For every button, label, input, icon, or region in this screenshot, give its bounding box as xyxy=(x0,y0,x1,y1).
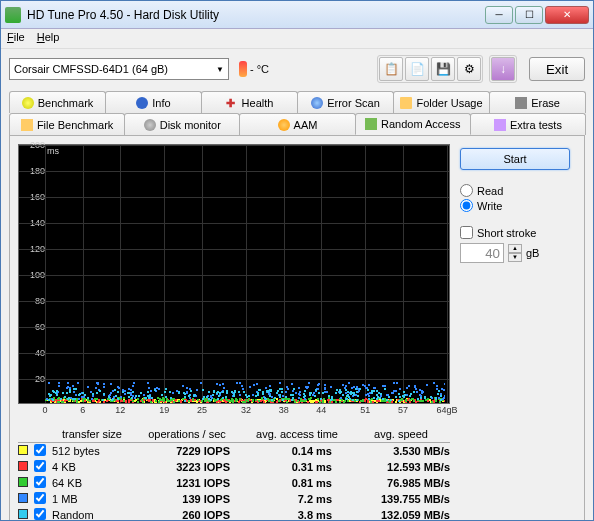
row-checkbox[interactable] xyxy=(34,508,46,520)
transfer-size: 1 MB xyxy=(52,493,132,505)
row-checkbox[interactable] xyxy=(34,460,46,472)
tab-file-benchmark[interactable]: File Benchmark xyxy=(9,113,125,135)
transfer-size: 512 bytes xyxy=(52,445,132,457)
iops-value: 3223 IOPS xyxy=(132,461,242,473)
tab-error-scan[interactable]: Error Scan xyxy=(297,91,394,113)
chevron-down-icon: ▼ xyxy=(216,65,224,74)
tab-benchmark[interactable]: Benchmark xyxy=(9,91,106,113)
file-icon xyxy=(21,119,33,131)
tabs-row-1: Benchmark Info ✚Health Error Scan Folder… xyxy=(9,91,585,113)
random-icon xyxy=(365,118,377,130)
short-stroke-input[interactable] xyxy=(460,243,504,263)
table-row: 4 KB3223 IOPS0.31 ms12.593 MB/s xyxy=(18,459,450,475)
table-row: 64 KB1231 IOPS0.81 ms76.985 MB/s xyxy=(18,475,450,491)
color-swatch xyxy=(18,461,28,471)
toolbar: Corsair CMFSSD-64D1 (64 gB) ▼ -°C 📋 📄 💾 … xyxy=(1,49,593,89)
exit-button[interactable]: Exit xyxy=(529,57,585,81)
tab-health[interactable]: ✚Health xyxy=(201,91,298,113)
read-radio[interactable]: Read xyxy=(460,184,570,197)
info-icon xyxy=(136,97,148,109)
write-radio[interactable]: Write xyxy=(460,199,570,212)
menubar: File Help xyxy=(1,29,593,49)
window-title: HD Tune Pro 4.50 - Hard Disk Utility xyxy=(27,8,485,22)
benchmark-icon xyxy=(22,97,34,109)
row-checkbox[interactable] xyxy=(34,492,46,504)
thermometer-icon xyxy=(239,61,247,77)
tab-info[interactable]: Info xyxy=(105,91,202,113)
row-checkbox[interactable] xyxy=(34,476,46,488)
tab-folder-usage[interactable]: Folder Usage xyxy=(393,91,490,113)
save-button[interactable]: 💾 xyxy=(431,57,455,81)
folder-icon xyxy=(400,97,412,109)
tab-erase[interactable]: Erase xyxy=(489,91,586,113)
search-icon xyxy=(311,97,323,109)
access-time-value: 0.81 ms xyxy=(242,477,352,489)
spin-down-button[interactable]: ▼ xyxy=(508,253,522,262)
table-row: 1 MB139 IOPS7.2 ms139.755 MB/s xyxy=(18,491,450,507)
menu-help[interactable]: Help xyxy=(37,31,60,46)
drive-select-value: Corsair CMFSSD-64D1 (64 gB) xyxy=(14,63,168,75)
iops-value: 260 IOPS xyxy=(132,509,242,521)
minimize-button[interactable]: ─ xyxy=(485,6,513,24)
tab-random-access[interactable]: Random Access xyxy=(355,113,471,135)
speed-value: 139.755 MB/s xyxy=(352,493,450,505)
copy-info-button[interactable]: 📋 xyxy=(379,57,403,81)
app-icon xyxy=(5,7,21,23)
y-axis-label: ms xyxy=(47,146,59,156)
tab-aam[interactable]: AAM xyxy=(239,113,355,135)
color-swatch xyxy=(18,445,28,455)
color-swatch xyxy=(18,509,28,519)
transfer-size: Random xyxy=(52,509,132,521)
speed-value: 132.059 MB/s xyxy=(352,509,450,521)
flask-icon xyxy=(494,119,506,131)
health-icon: ✚ xyxy=(226,97,238,109)
iops-value: 1231 IOPS xyxy=(132,477,242,489)
trash-icon xyxy=(515,97,527,109)
transfer-size: 64 KB xyxy=(52,477,132,489)
access-time-value: 7.2 ms xyxy=(242,493,352,505)
table-row: 512 bytes7229 IOPS0.14 ms3.530 MB/s xyxy=(18,443,450,459)
app-window: HD Tune Pro 4.50 - Hard Disk Utility ─ ☐… xyxy=(0,0,594,521)
color-swatch xyxy=(18,493,28,503)
tabs-row-2: File Benchmark Disk monitor AAM Random A… xyxy=(9,113,585,135)
options-button[interactable]: ⚙ xyxy=(457,57,481,81)
access-time-value: 0.31 ms xyxy=(242,461,352,473)
disk-icon xyxy=(144,119,156,131)
speaker-icon xyxy=(278,119,290,131)
close-button[interactable]: ✕ xyxy=(545,6,589,24)
results-table: transfer size operations / sec avg. acce… xyxy=(18,426,450,521)
spin-up-button[interactable]: ▲ xyxy=(508,244,522,253)
transfer-size: 4 KB xyxy=(52,461,132,473)
table-row: Random260 IOPS3.8 ms132.059 MB/s xyxy=(18,507,450,521)
maximize-button[interactable]: ☐ xyxy=(515,6,543,24)
start-button[interactable]: Start xyxy=(460,148,570,170)
access-time-chart: ms 20406080100120140160180200 0612192532… xyxy=(18,144,450,404)
iops-value: 139 IOPS xyxy=(132,493,242,505)
tab-disk-monitor[interactable]: Disk monitor xyxy=(124,113,240,135)
speed-value: 3.530 MB/s xyxy=(352,445,450,457)
speed-value: 12.593 MB/s xyxy=(352,461,450,473)
access-time-value: 0.14 ms xyxy=(242,445,352,457)
table-header: transfer size operations / sec avg. acce… xyxy=(18,426,450,443)
short-stroke-checkbox[interactable]: Short stroke xyxy=(460,226,570,239)
tab-extra-tests[interactable]: Extra tests xyxy=(470,113,586,135)
iops-value: 7229 IOPS xyxy=(132,445,242,457)
copy-screenshot-button[interactable]: 📄 xyxy=(405,57,429,81)
menu-file[interactable]: File xyxy=(7,31,25,46)
access-time-value: 3.8 ms xyxy=(242,509,352,521)
stroke-unit-label: gB xyxy=(526,247,539,259)
titlebar: HD Tune Pro 4.50 - Hard Disk Utility ─ ☐… xyxy=(1,1,593,29)
row-checkbox[interactable] xyxy=(34,444,46,456)
speed-value: 76.985 MB/s xyxy=(352,477,450,489)
minimize-tray-button[interactable]: ↓ xyxy=(491,57,515,81)
color-swatch xyxy=(18,477,28,487)
drive-select[interactable]: Corsair CMFSSD-64D1 (64 gB) ▼ xyxy=(9,58,229,80)
tab-content: ms 20406080100120140160180200 0612192532… xyxy=(9,135,585,521)
temperature-display: -°C xyxy=(239,61,269,77)
